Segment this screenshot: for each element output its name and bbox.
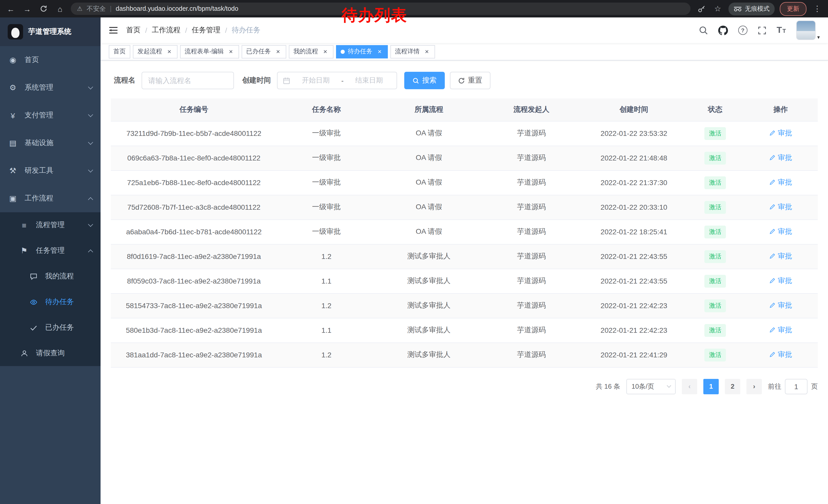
date-range-picker[interactable]: 开始日期 - 结束日期 <box>277 72 397 89</box>
search-icon[interactable] <box>699 26 708 35</box>
workflow-submenu: ≡ 流程管理 ⚑ 任务管理 我的流程 <box>0 212 100 366</box>
approve-link[interactable]: 审批 <box>769 153 792 163</box>
cell-process: OA 请假 <box>376 121 482 146</box>
sidebar-item-task-mgmt[interactable]: ⚑ 任务管理 <box>0 238 100 264</box>
start-date-placeholder[interactable]: 开始日期 <box>293 76 338 85</box>
avatar[interactable] <box>796 20 816 40</box>
cell-create-time: 2022-01-22 20:33:10 <box>581 195 687 220</box>
sidebar-item-system[interactable]: ⚙ 系统管理 <box>0 74 100 101</box>
goto-page-input[interactable] <box>785 379 808 394</box>
tab-label: 发起流程 <box>137 47 162 56</box>
cell-process: 测试多审批人 <box>376 244 482 269</box>
sidebar-item-infrastructure[interactable]: ▤ 基础设施 <box>0 129 100 157</box>
close-icon[interactable]: × <box>423 48 430 55</box>
cell-create-time: 2022-01-22 21:48:48 <box>581 146 687 170</box>
approve-link[interactable]: 审批 <box>769 129 792 138</box>
breadcrumb-home[interactable]: 首页 <box>126 26 140 35</box>
breadcrumb-task-mgmt[interactable]: 任务管理 <box>192 26 220 35</box>
approve-link[interactable]: 审批 <box>769 227 792 236</box>
prev-page-button[interactable]: ‹ <box>682 379 697 394</box>
check-icon <box>29 324 38 331</box>
status-badge: 激活 <box>704 324 726 336</box>
flag-icon: ⚑ <box>19 246 29 255</box>
table-row: 381aa1dd-7ac8-11ec-a9e2-a2380e71991a 1.2… <box>111 342 818 367</box>
breadcrumb-workflow[interactable]: 工作流程 <box>152 26 180 35</box>
tab-done-task[interactable]: 已办任务 × <box>242 45 286 58</box>
approve-link[interactable]: 审批 <box>769 326 792 335</box>
cell-initiator: 芋道源码 <box>482 220 581 244</box>
help-icon[interactable]: ? <box>738 26 747 35</box>
close-icon[interactable]: × <box>322 48 329 55</box>
chevron-down-icon <box>88 84 93 89</box>
user-menu[interactable]: ▾ <box>796 20 820 40</box>
hamburger-icon[interactable] <box>109 26 118 34</box>
page-button-2[interactable]: 2 <box>725 379 740 394</box>
page-button-1[interactable]: 1 <box>703 379 719 394</box>
process-name-input[interactable] <box>141 72 234 89</box>
main-panel: 首页 / 工作流程 / 任务管理 / 待办任务 ? <box>100 17 828 504</box>
sidebar-item-home[interactable]: ◉ 首页 <box>0 46 100 74</box>
approve-link[interactable]: 审批 <box>769 350 792 359</box>
tab-start-process[interactable]: 发起流程 × <box>133 45 177 58</box>
close-icon[interactable]: × <box>376 48 383 55</box>
update-button[interactable]: 更新 <box>780 2 806 16</box>
approve-link[interactable]: 审批 <box>769 252 792 261</box>
refresh-icon[interactable] <box>38 3 49 14</box>
tab-home[interactable]: 首页 <box>109 45 130 58</box>
reset-button[interactable]: 重置 <box>450 72 490 89</box>
menu-dots-icon[interactable]: ⋮ <box>812 3 823 14</box>
sidebar-item-todo-task[interactable]: 待办任务 <box>0 289 100 315</box>
approve-link[interactable]: 审批 <box>769 202 792 212</box>
sidebar-item-my-process[interactable]: 我的流程 <box>0 264 100 289</box>
font-size-icon[interactable]: TT <box>777 25 786 35</box>
app-title: 芋道管理系统 <box>28 27 71 36</box>
tab-my-process[interactable]: 我的流程 × <box>289 45 333 58</box>
breadcrumb-separator: / <box>145 26 147 34</box>
close-icon[interactable]: × <box>166 48 173 55</box>
sidebar-item-process-mgmt[interactable]: ≡ 流程管理 <box>0 212 100 238</box>
close-icon[interactable]: × <box>227 48 235 55</box>
status-badge: 激活 <box>704 127 726 140</box>
divider: | <box>110 5 112 12</box>
fullscreen-icon[interactable] <box>758 26 767 35</box>
sidebar-item-done-task[interactable]: 已办任务 <box>0 315 100 340</box>
tab-bar: 首页 发起流程 × 流程表单-编辑 × 已办任务 × 我的流程 × <box>100 43 828 60</box>
tab-todo-task[interactable]: 待办任务 × <box>336 45 388 58</box>
next-page-button[interactable]: › <box>746 379 762 394</box>
sidebar-item-leave-query[interactable]: 请假查询 <box>0 340 100 366</box>
cell-process: 测试多审批人 <box>376 342 482 367</box>
chevron-up-icon <box>88 249 93 254</box>
sidebar-item-devtools[interactable]: ⚒ 研发工具 <box>0 157 100 185</box>
cell-task-id: 8f0d1619-7ac8-11ec-a9e2-a2380e71991a <box>111 244 277 269</box>
approve-link[interactable]: 审批 <box>769 178 792 187</box>
edit-icon <box>769 352 776 358</box>
home-icon[interactable]: ⌂ <box>54 3 66 14</box>
key-icon[interactable] <box>696 3 707 14</box>
chevron-down-icon <box>88 112 93 117</box>
cell-task-id: 381aa1dd-7ac8-11ec-a9e2-a2380e71991a <box>111 342 277 367</box>
sidebar-item-payment[interactable]: ¥ 支付管理 <box>0 101 100 129</box>
back-icon[interactable]: ← <box>5 3 16 14</box>
tab-process-form-edit[interactable]: 流程表单-编辑 × <box>180 45 239 58</box>
approve-link[interactable]: 审批 <box>769 276 792 286</box>
page-size-select[interactable]: 10条/页 <box>626 379 676 394</box>
cell-task-id: 069c6a63-7b8a-11ec-8ef0-acde48001122 <box>111 146 277 170</box>
cell-task-id: a6aba0a4-7b6d-11ec-b781-acde48001122 <box>111 220 277 244</box>
search-button[interactable]: 搜索 <box>404 72 445 89</box>
search-label: 搜索 <box>422 76 437 85</box>
total-count: 共 16 条 <box>596 382 620 391</box>
forward-icon[interactable]: → <box>22 3 33 14</box>
tab-process-detail[interactable]: 流程详情 × <box>390 45 435 58</box>
star-icon[interactable]: ☆ <box>712 3 723 14</box>
table-row: 73211d9d-7b9b-11ec-b5b7-acde48001122 一级审… <box>111 121 818 146</box>
status-badge: 激活 <box>704 225 726 238</box>
end-date-placeholder[interactable]: 结束日期 <box>347 76 392 85</box>
close-icon[interactable]: × <box>275 48 282 55</box>
github-icon[interactable] <box>718 26 728 35</box>
approve-link[interactable]: 审批 <box>769 301 792 310</box>
browser-chrome: ← → ⌂ ⚠ 不安全 | dashboard.yudao.iocoder.cn… <box>0 0 828 17</box>
table-header-row: 任务编号 任务名称 所属流程 流程发起人 创建时间 状态 操作 <box>111 98 818 121</box>
status-badge: 激活 <box>704 151 726 164</box>
sidebar-item-workflow[interactable]: ▣ 工作流程 <box>0 185 100 212</box>
cell-task-id: 8f059c03-7ac8-11ec-a9e2-a2380e71991a <box>111 269 277 293</box>
